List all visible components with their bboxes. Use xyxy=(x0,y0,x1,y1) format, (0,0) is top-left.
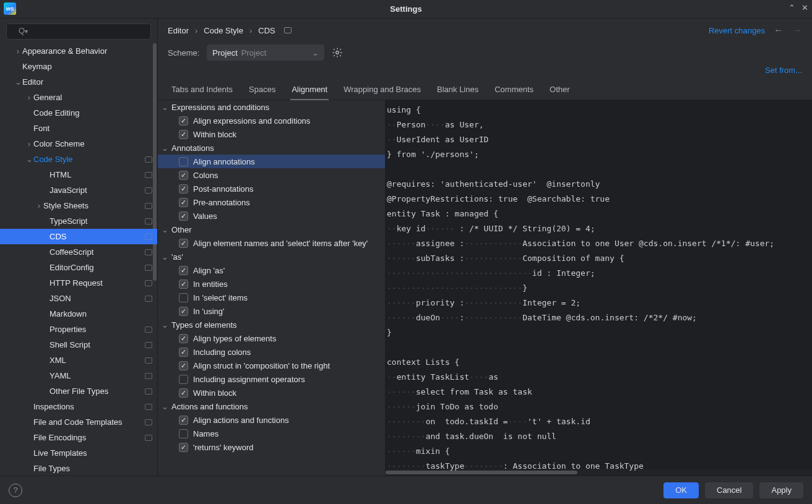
sidebar-item-json[interactable]: JSON xyxy=(0,291,157,306)
option-row[interactable]: Align struct in 'composition' to the rig… xyxy=(158,359,385,372)
checkbox[interactable] xyxy=(179,157,188,166)
cancel-button[interactable]: Cancel xyxy=(705,482,753,498)
sidebar-item-file-types[interactable]: File Types xyxy=(0,461,157,476)
option-row[interactable]: Names xyxy=(158,427,385,440)
checkbox[interactable] xyxy=(179,266,188,275)
sidebar-item-coffeescript[interactable]: CoffeeScript xyxy=(0,244,157,260)
option-row[interactable]: Align types of elements xyxy=(158,331,385,345)
sidebar-item-file-and-code-templates[interactable]: File and Code Templates xyxy=(0,414,157,430)
option-row[interactable]: In entities xyxy=(158,277,385,291)
checkbox[interactable] xyxy=(179,239,188,248)
option-row[interactable]: Align 'as' xyxy=(158,263,385,277)
sidebar-item-editorconfig[interactable]: EditorConfig xyxy=(0,260,157,275)
search-input[interactable] xyxy=(6,23,151,40)
settings-tree[interactable]: ›Appearance & BehaviorKeymap⌄Editor›Gene… xyxy=(0,43,157,476)
group-header[interactable]: ⌄Annotations xyxy=(158,141,385,155)
help-button[interactable]: ? xyxy=(9,484,22,497)
tab-tabs-and-indents[interactable]: Tabs and Indents xyxy=(170,82,234,100)
option-row[interactable]: Within block xyxy=(158,386,385,399)
sidebar-item-typescript[interactable]: TypeScript xyxy=(0,213,157,229)
checkbox[interactable] xyxy=(179,388,188,398)
sidebar-item-markdown[interactable]: Markdown xyxy=(0,306,157,322)
apply-button[interactable]: Apply xyxy=(759,482,803,498)
sidebar-item-javascript[interactable]: JavaScript xyxy=(0,182,157,198)
sidebar-item-shell-script[interactable]: Shell Script xyxy=(0,337,157,352)
checkbox[interactable] xyxy=(179,211,188,221)
option-row[interactable]: Colons xyxy=(158,168,385,182)
sidebar-item-font[interactable]: Font xyxy=(0,121,157,136)
window-minimize-icon[interactable]: ⌃ xyxy=(788,3,795,12)
sidebar-item-keymap[interactable]: Keymap xyxy=(0,59,157,74)
option-row[interactable]: Values xyxy=(158,209,385,223)
option-row[interactable]: Including assignment operators xyxy=(158,372,385,386)
set-from-link[interactable]: Set from... xyxy=(765,66,802,75)
preview-horizontal-scrollbar[interactable] xyxy=(386,469,812,476)
nav-back-icon[interactable]: ← xyxy=(774,25,784,36)
sidebar-item-inspections[interactable]: Inspections xyxy=(0,399,157,414)
group-header[interactable]: ⌄Expressions and conditions xyxy=(158,100,385,114)
checkbox[interactable] xyxy=(179,348,188,357)
gear-icon[interactable] xyxy=(332,47,343,58)
option-row[interactable]: Align expressions and conditions xyxy=(158,114,385,127)
sidebar-item-other-file-types[interactable]: Other File Types xyxy=(0,383,157,399)
option-row[interactable]: Align annotations xyxy=(158,155,385,168)
alignment-settings-panel[interactable]: ⌄Expressions and conditionsAlign express… xyxy=(158,100,386,476)
group-header[interactable]: ⌄Other xyxy=(158,223,385,236)
scheme-dropdown[interactable]: Project Project ⌄ xyxy=(207,45,324,61)
sidebar-item-yaml[interactable]: YAML xyxy=(0,368,157,383)
checkbox[interactable] xyxy=(179,171,188,180)
checkbox[interactable] xyxy=(179,184,188,194)
option-row[interactable]: Within block xyxy=(158,127,385,141)
revert-changes-link[interactable]: Revert changes xyxy=(709,26,765,35)
sidebar-item-code-style[interactable]: ⌄Code Style xyxy=(0,152,157,167)
tab-other[interactable]: Other xyxy=(548,82,571,100)
tab-comments[interactable]: Comments xyxy=(493,82,535,100)
option-row[interactable]: Align actions and functions xyxy=(158,413,385,427)
sidebar-item-file-encodings[interactable]: File Encodings xyxy=(0,430,157,445)
sidebar-item-code-editing[interactable]: Code Editing xyxy=(0,105,157,121)
checkbox[interactable] xyxy=(179,416,188,425)
checkbox[interactable] xyxy=(179,443,188,452)
tab-alignment[interactable]: Alignment xyxy=(290,82,329,100)
checkbox[interactable] xyxy=(179,307,188,316)
sidebar-item-xml[interactable]: XML xyxy=(0,352,157,368)
group-header[interactable]: ⌄Actions and functions xyxy=(158,399,385,413)
option-row[interactable]: In 'using' xyxy=(158,304,385,318)
breadcrumb-item[interactable]: Editor xyxy=(168,26,189,35)
option-label: Align 'as' xyxy=(193,266,225,275)
group-header[interactable]: ⌄Types of elements xyxy=(158,318,385,331)
checkbox[interactable] xyxy=(179,429,188,438)
checkbox[interactable] xyxy=(179,334,188,343)
sidebar-item-properties[interactable]: Properties xyxy=(0,322,157,337)
option-row[interactable]: In 'select' items xyxy=(158,291,385,304)
checkbox[interactable] xyxy=(179,293,188,302)
sidebar-item-cds[interactable]: CDS xyxy=(0,229,157,244)
tab-wrapping-and-braces[interactable]: Wrapping and Braces xyxy=(342,82,422,100)
checkbox[interactable] xyxy=(179,116,188,126)
sidebar-item-http-request[interactable]: HTTP Request xyxy=(0,275,157,291)
sidebar-item-editor[interactable]: ⌄Editor xyxy=(0,74,157,90)
checkbox[interactable] xyxy=(179,375,188,384)
sidebar-item-label: TypeScript xyxy=(50,216,145,226)
option-row[interactable]: Pre-annotations xyxy=(158,195,385,209)
sidebar-item-general[interactable]: ›General xyxy=(0,90,157,105)
sidebar-item-live-templates[interactable]: Live Templates xyxy=(0,445,157,461)
checkbox[interactable] xyxy=(179,198,188,207)
checkbox[interactable] xyxy=(179,280,188,289)
sidebar-item-style-sheets[interactable]: ›Style Sheets xyxy=(0,198,157,213)
tab-spaces[interactable]: Spaces xyxy=(248,82,277,100)
option-row[interactable]: Including colons xyxy=(158,345,385,359)
sidebar-item-color-scheme[interactable]: ›Color Scheme xyxy=(0,136,157,152)
option-row[interactable]: 'returns' keyword xyxy=(158,440,385,454)
breadcrumb-item[interactable]: Code Style xyxy=(204,26,243,35)
tab-blank-lines[interactable]: Blank Lines xyxy=(436,82,480,100)
sidebar-item-html[interactable]: HTML xyxy=(0,167,157,182)
ok-button[interactable]: OK xyxy=(663,482,699,498)
checkbox[interactable] xyxy=(179,130,188,139)
sidebar-item-appearance-behavior[interactable]: ›Appearance & Behavior xyxy=(0,43,157,59)
window-close-icon[interactable]: ✕ xyxy=(801,3,808,12)
option-row[interactable]: Align element names and 'select' items a… xyxy=(158,236,385,250)
group-header[interactable]: ⌄'as' xyxy=(158,250,385,263)
option-row[interactable]: Post-annotations xyxy=(158,182,385,195)
checkbox[interactable] xyxy=(179,361,188,370)
